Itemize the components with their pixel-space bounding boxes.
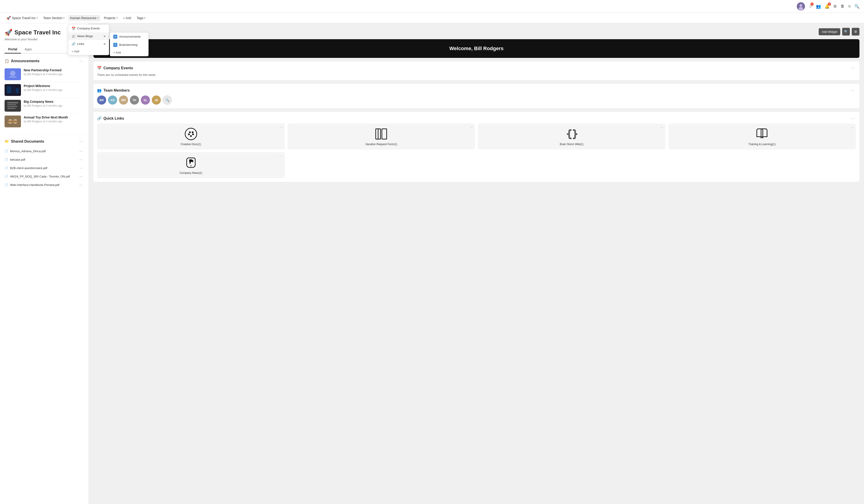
doc-item-0[interactable]: 📄 Monica_Adriana_Dinca.pdf ···: [4, 147, 84, 155]
nav-tags[interactable]: Tags ▾: [135, 15, 147, 21]
hr-add-label: + Add: [72, 50, 79, 53]
announcements-dots[interactable]: ···: [78, 58, 84, 64]
member-search-button[interactable]: 🔍: [163, 95, 172, 105]
pdf-icon-0: 📄: [4, 149, 8, 153]
users-icon[interactable]: 👥: [816, 4, 821, 9]
ql-training-dots[interactable]: ···: [850, 125, 854, 129]
ann-meta-0: by Bill Rodgers at 4 months ago: [24, 73, 84, 76]
welcome-banner: Welcome, Bill Rodgers: [93, 39, 860, 58]
svg-rect-9: [16, 88, 19, 93]
team-members-widget: 👥 Team Members ··· BR AD MR TK SL JD 🔍: [93, 84, 860, 108]
svg-rect-5: [9, 76, 16, 77]
doc-2-dots[interactable]: ···: [78, 165, 84, 171]
member-avatar-3[interactable]: TK: [130, 95, 139, 105]
news-blogs-chevron: ▶: [104, 35, 106, 38]
trash-icon[interactable]: 🗑: [841, 4, 845, 9]
doc-name-4: Web-Interface-Handbook-Preview.pdf: [10, 183, 59, 187]
company-events-header: 📅 Company Events ···: [97, 65, 856, 71]
team-members-label: Team Members: [104, 88, 130, 93]
quick-link-creative-docs[interactable]: ··· Creative Docs(1): [97, 123, 285, 149]
hr-news-blogs-label: News Blogs: [77, 34, 93, 38]
hr-add[interactable]: + Add: [68, 48, 109, 55]
svg-rect-27: [378, 129, 379, 139]
ann-item-2[interactable]: Big Company News by Bill Rodgers at 4 mo…: [4, 98, 84, 114]
nav-hr[interactable]: Human Resources ▾ 📅 Company Events 📰 New…: [68, 15, 100, 21]
doc-1-dots[interactable]: ···: [78, 157, 84, 163]
shared-docs-header: 📁 Shared Documents ···: [4, 139, 84, 144]
svg-point-24: [192, 131, 194, 133]
panel-logo-icon: 🚀: [4, 29, 13, 36]
svg-point-4: [10, 71, 15, 76]
announcements-icon: 📋: [4, 59, 9, 63]
ql-training-label: Training & Learning(1): [748, 143, 776, 146]
add-widget-button[interactable]: Add Widget: [819, 28, 840, 35]
nav-projects[interactable]: Projects ▾: [102, 15, 119, 21]
ql-creative-dots[interactable]: ···: [279, 125, 284, 129]
quick-link-training[interactable]: ··· Training & Learning(1): [668, 123, 856, 149]
tab-apps[interactable]: Apps: [21, 46, 36, 53]
hr-company-events[interactable]: 📅 Company Events: [68, 25, 109, 32]
nav-site[interactable]: 🚀 Space Travel Inc ▾: [4, 14, 39, 21]
doc-item-4[interactable]: 📄 Web-Interface-Handbook-Preview.pdf ···: [4, 181, 84, 189]
doc-3-dots[interactable]: ···: [78, 173, 84, 179]
doc-0-dots[interactable]: ···: [78, 148, 84, 154]
ql-news-dots[interactable]: ···: [279, 154, 284, 158]
announcements-label: Announcements: [11, 59, 39, 63]
svg-point-19: [185, 128, 197, 140]
quick-link-vacation[interactable]: ··· Vacation Request Form(1): [288, 123, 475, 149]
bell-icon[interactable]: 🔔 0: [825, 4, 830, 9]
ann-meta-1: by Bill Rodgers at 4 months ago: [24, 88, 84, 92]
doc-4-dots[interactable]: ···: [78, 182, 84, 188]
ql-brainstorm-dots[interactable]: ···: [660, 125, 664, 129]
tab-portal[interactable]: Portal: [4, 46, 21, 53]
nav-team-section[interactable]: Team Section ▾: [41, 15, 66, 21]
doc-item-2[interactable]: 📄 B2B-client-questionnaire.pdf ···: [4, 164, 84, 172]
quick-link-company-news[interactable]: ··· Company News(1): [97, 152, 285, 178]
star-icon[interactable]: ☆ 0: [809, 4, 812, 9]
svg-point-20: [188, 133, 190, 135]
submenu-brainstorming[interactable]: ≡ Brainstorming: [110, 41, 148, 49]
quick-links-label: Quick Links: [104, 117, 124, 121]
brainstorm-icon: {}: [565, 127, 578, 141]
member-avatar-1[interactable]: AD: [108, 95, 117, 105]
pdf-icon-4: 📄: [4, 183, 8, 187]
pdf-icon-1: 📄: [4, 158, 8, 161]
settings-button[interactable]: ⚙: [852, 28, 860, 36]
nav-add[interactable]: + Add: [121, 15, 133, 21]
member-avatar-0[interactable]: BR: [97, 95, 106, 105]
company-events-title: 📅 Company Events: [97, 66, 133, 70]
search-button[interactable]: 🔍: [842, 28, 850, 36]
doc-item-3[interactable]: 📄 46024_FP_BOQ_360 Cada - Toronto, ON.pd…: [4, 172, 84, 181]
svg-point-23: [189, 131, 191, 133]
company-events-dots[interactable]: ···: [850, 65, 856, 71]
hr-news-blogs[interactable]: 📰 News Blogs ▶ ≡ Announcements ≡ Brainst…: [68, 32, 109, 40]
topbar: ☆ 0 👥 🔔 0 ⚙ 🗑 ⎋ 🔍: [0, 0, 864, 13]
quick-links-dots[interactable]: ···: [850, 116, 856, 121]
shared-docs-label: Shared Documents: [11, 140, 44, 144]
member-avatar-5[interactable]: JD: [152, 95, 161, 105]
ann-item-0[interactable]: New Partnership Formed by Bill Rodgers a…: [4, 67, 84, 82]
doc-item-1[interactable]: 📄 beicase.pdf ···: [4, 155, 84, 164]
creative-docs-icon: [184, 127, 198, 141]
ann-title-0: New Partnership Formed: [24, 68, 84, 72]
settings-icon[interactable]: ⚙: [833, 4, 837, 9]
bell-badge: 0: [828, 2, 831, 6]
company-events-icon: 📅: [97, 66, 101, 70]
ann-item-1[interactable]: Project Milestone by Bill Rodgers at 4 m…: [4, 82, 84, 98]
ann-item-3[interactable]: Annual Toy Drive Next Month by Bill Rodg…: [4, 114, 84, 129]
ann-thumb-2: [4, 100, 21, 112]
submenu-announcements[interactable]: ≡ Announcements: [110, 33, 148, 41]
avatar[interactable]: [797, 2, 805, 11]
member-avatar-2[interactable]: MR: [119, 95, 128, 105]
member-avatar-4[interactable]: SL: [141, 95, 150, 105]
hr-links[interactable]: 🔗 Links ▶: [68, 40, 109, 48]
team-members-dots[interactable]: ···: [850, 87, 856, 93]
submenu-add[interactable]: + Add: [110, 49, 148, 56]
logout-icon[interactable]: ⎋: [848, 4, 851, 9]
submenu-add-label: + Add: [113, 51, 121, 54]
shared-docs-dots[interactable]: ···: [78, 139, 84, 144]
quick-link-brainstorm[interactable]: ··· {} Brain Storm Wiki(1): [478, 123, 665, 149]
search-icon-topbar[interactable]: 🔍: [854, 4, 860, 9]
ann-content-2: Big Company News by Bill Rodgers at 4 mo…: [24, 100, 84, 107]
ql-vacation-dots[interactable]: ···: [469, 125, 474, 129]
